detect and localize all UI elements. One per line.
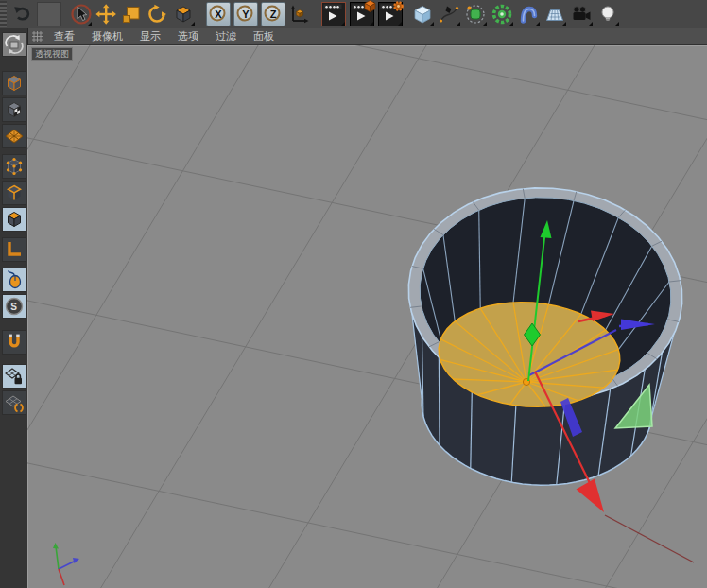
render-view-glyph	[322, 3, 343, 24]
c4d-window: { "toolbar": { "axis_labels": {"x": "X",…	[0, 0, 707, 588]
undo-icon[interactable]	[11, 3, 34, 26]
x-axis-big-arrow[interactable]	[577, 479, 605, 513]
menu-item-panel[interactable]: 面板	[245, 29, 283, 43]
generators-icon[interactable]	[491, 3, 513, 26]
deformers-icon[interactable]	[517, 3, 540, 26]
spline-pen-glyph	[438, 3, 460, 26]
palette-drag-handle[interactable]	[0, 1, 7, 27]
workplane-glyph	[3, 391, 26, 414]
spline-pen-icon[interactable]	[438, 3, 460, 26]
texture-mode-glyph	[3, 98, 26, 121]
lock-workplane-icon[interactable]	[2, 364, 26, 389]
deformers-glyph	[517, 3, 540, 26]
cube-primitive-glyph	[411, 3, 434, 26]
points-mode-icon[interactable]	[2, 154, 26, 179]
world-axis-gizmo	[53, 543, 79, 585]
render-to-picture-viewer-button[interactable]	[350, 2, 374, 26]
polygons-mode-glyph	[3, 208, 26, 231]
rotate-glyph	[146, 3, 168, 26]
live-selection-glyph	[69, 3, 92, 26]
lock-y-axis-button[interactable]: Y	[233, 2, 258, 26]
workplane-mode-glyph	[3, 125, 26, 147]
main-toolbar: X Y Z	[0, 0, 707, 29]
environment-objects-icon[interactable]	[543, 3, 566, 26]
snap-settings-icon[interactable]: S	[2, 294, 26, 319]
menu-item-filter[interactable]: 过滤	[207, 29, 245, 43]
light-glyph	[596, 3, 619, 26]
enable-axis-icon[interactable]	[2, 237, 26, 262]
model-mode-icon[interactable]	[2, 71, 26, 95]
menu-item-options[interactable]: 选项	[169, 29, 207, 43]
snap-letter: S	[3, 295, 26, 318]
viewport-label[interactable]: 透视视图	[31, 47, 73, 61]
live-selection-icon[interactable]	[69, 3, 92, 26]
subdivision-glyph	[464, 3, 487, 26]
edges-mode-glyph	[3, 182, 26, 204]
redo-empty-slot[interactable]	[37, 2, 61, 26]
magnet-glyph	[3, 331, 26, 354]
move-tool-icon[interactable]	[95, 3, 117, 26]
workplane-icon[interactable]	[2, 390, 26, 415]
camera-objects-icon[interactable]	[570, 3, 593, 26]
add-cube-primitive-icon[interactable]	[411, 3, 434, 26]
undo-glyph	[11, 3, 34, 26]
mouse-glyph	[3, 268, 26, 291]
texture-mode-icon[interactable]	[2, 97, 26, 122]
orange-gear-overlay	[392, 0, 405, 12]
workplane-mode-icon[interactable]	[2, 124, 26, 148]
menu-item-view[interactable]: 查看	[45, 29, 83, 43]
orange-cube-overlay	[364, 0, 376, 12]
lock-z-axis-button[interactable]: Z	[261, 2, 285, 26]
generators-glyph	[491, 3, 513, 26]
enable-snap-magnet-icon[interactable]	[2, 330, 26, 355]
edges-mode-icon[interactable]	[2, 181, 26, 205]
model-mode-glyph	[3, 72, 26, 95]
y-axis-label: Y	[234, 3, 257, 26]
move-glyph	[95, 3, 117, 26]
enable-axis-glyph	[3, 238, 26, 261]
scale-tool-icon[interactable]	[120, 3, 143, 26]
mode-toolbar: S	[0, 28, 28, 588]
render-view-button[interactable]	[321, 2, 346, 26]
camera-glyph	[570, 3, 593, 26]
make-editable-icon[interactable]	[2, 32, 26, 57]
lock-workplane-glyph	[3, 365, 26, 388]
light-objects-icon[interactable]	[596, 3, 619, 26]
polygons-mode-icon[interactable]	[2, 207, 26, 232]
make-editable-glyph	[3, 33, 26, 56]
scale-glyph	[120, 3, 143, 26]
recent-tool-cube-icon[interactable]	[172, 3, 195, 26]
menu-item-display[interactable]: 显示	[131, 29, 169, 43]
x-axis-label: X	[207, 3, 230, 26]
menu-item-camera[interactable]: 摄像机	[83, 29, 131, 43]
environment-glyph	[543, 3, 566, 26]
perspective-viewport[interactable]: 透视视图	[27, 45, 707, 588]
coordinate-system-glyph	[288, 3, 311, 26]
z-axis-label: Z	[262, 3, 285, 26]
points-mode-glyph	[3, 155, 26, 178]
recent-tool-glyph	[172, 3, 195, 26]
menu-grid-icon[interactable]	[31, 30, 43, 43]
viewport-canvas[interactable]	[27, 45, 707, 588]
lock-x-axis-button[interactable]: X	[206, 2, 231, 26]
viewport-solo-icon[interactable]	[2, 268, 26, 292]
viewport-menubar: 查看 摄像机 显示 选项 过滤 面板	[27, 28, 707, 45]
subdivision-surface-icon[interactable]	[464, 3, 487, 26]
coordinate-system-icon[interactable]	[288, 3, 311, 26]
rotate-tool-icon[interactable]	[146, 3, 168, 26]
edit-render-settings-button[interactable]	[378, 2, 403, 26]
